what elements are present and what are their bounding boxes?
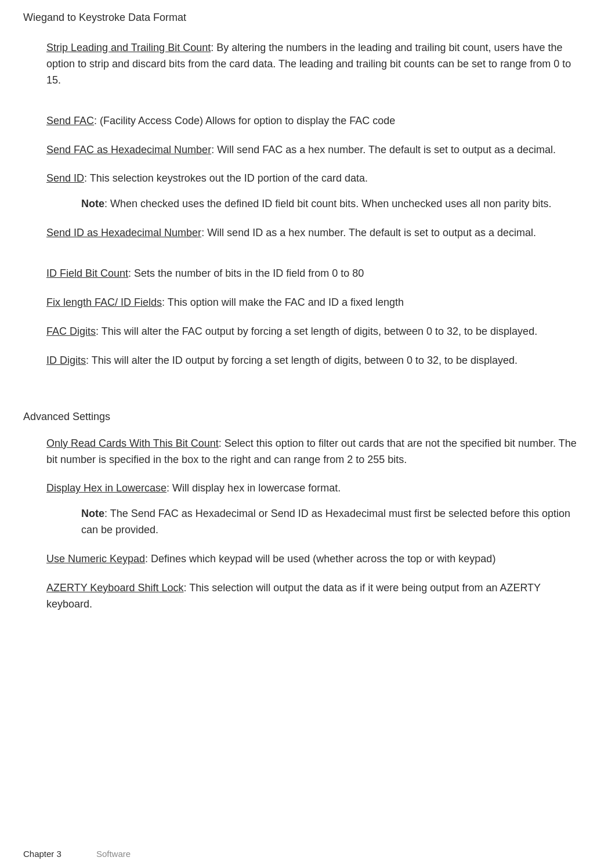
term-strip-leading: Strip Leading and Trailing Bit Count: [46, 42, 211, 53]
term-send-id-hex: Send ID as Hexadecimal Number: [46, 227, 201, 238]
list-item: Send ID: This selection keystrokes out t…: [46, 171, 585, 212]
term-azerty: AZERTY Keyboard Shift Lock: [46, 582, 183, 594]
list-item: Send FAC: (Facility Access Code) Allows …: [46, 113, 585, 129]
note-label: Note: [81, 198, 104, 209]
desc-fac-digits: : This will alter the FAC output by forc…: [96, 326, 537, 337]
desc-send-fac: : (Facility Access Code) Allows for opti…: [94, 115, 395, 126]
desc-fix-length: : This option will make the FAC and ID a…: [162, 296, 404, 308]
note-label-2: Note: [81, 508, 104, 519]
term-id-field-bit: ID Field Bit Count: [46, 267, 128, 279]
term-id-digits: ID Digits: [46, 355, 86, 366]
list-item: Send FAC as Hexadecimal Number: Will sen…: [46, 142, 585, 158]
desc-display-hex: : Will display hex in lowercase format.: [167, 482, 341, 494]
list-item: Fix length FAC/ ID Fields: This option w…: [46, 295, 585, 311]
list-item: ID Field Bit Count: Sets the number of b…: [46, 266, 585, 282]
note-block: Note: The Send FAC as Hexadecimal or Sen…: [81, 506, 585, 538]
note-text: : When checked uses the defined ID field…: [104, 198, 551, 209]
term-fix-length: Fix length FAC/ ID Fields: [46, 296, 162, 308]
list-item: Send ID as Hexadecimal Number: Will send…: [46, 225, 585, 241]
desc-id-digits: : This will alter the ID output by forci…: [86, 355, 517, 366]
term-only-read-cards: Only Read Cards With This Bit Count: [46, 437, 219, 449]
desc-send-fac-hex: : Will send FAC as a hex number. The def…: [211, 144, 556, 155]
page-title: Wiegand to Keystroke Data Format: [23, 12, 585, 24]
list-item: FAC Digits: This will alter the FAC outp…: [46, 324, 585, 340]
note-text-2: : The Send FAC as Hexadecimal or Send ID…: [81, 508, 570, 536]
desc-use-numeric: : Defines which keypad will be used (whe…: [145, 553, 495, 565]
list-item: ID Digits: This will alter the ID output…: [46, 353, 585, 369]
list-item: AZERTY Keyboard Shift Lock: This selecti…: [46, 580, 585, 613]
footer-section: Software: [96, 849, 131, 859]
list-item: Display Hex in Lowercase: Will display h…: [46, 480, 585, 538]
note-block: Note: When checked uses the defined ID f…: [81, 196, 585, 212]
list-item: Use Numeric Keypad: Defines which keypad…: [46, 551, 585, 567]
list-item: Only Read Cards With This Bit Count: Sel…: [46, 436, 585, 468]
term-send-fac: Send FAC: [46, 115, 94, 126]
term-send-fac-hex: Send FAC as Hexadecimal Number: [46, 144, 211, 155]
term-display-hex: Display Hex in Lowercase: [46, 482, 167, 494]
advanced-settings-heading: Advanced Settings: [23, 411, 585, 423]
term-use-numeric: Use Numeric Keypad: [46, 553, 145, 565]
list-item: Strip Leading and Trailing Bit Count: By…: [46, 40, 585, 89]
desc-id-field-bit: : Sets the number of bits in the ID fiel…: [128, 267, 364, 279]
term-fac-digits: FAC Digits: [46, 326, 96, 337]
footer-chapter: Chapter 3: [23, 849, 61, 859]
term-send-id: Send ID: [46, 172, 84, 184]
footer: Chapter 3 Software: [23, 849, 585, 859]
desc-send-id: : This selection keystrokes out the ID p…: [84, 172, 368, 184]
desc-send-id-hex: : Will send ID as a hex number. The defa…: [201, 227, 536, 238]
